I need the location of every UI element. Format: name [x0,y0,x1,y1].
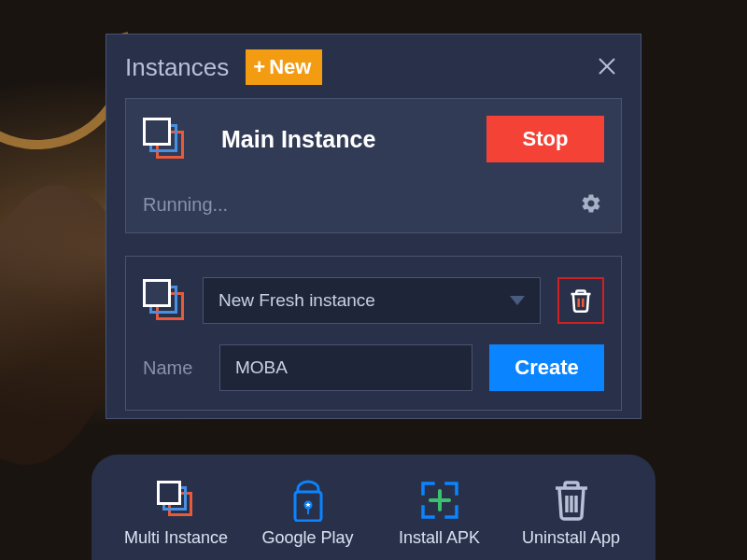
svg-rect-5 [307,509,309,514]
uninstall-app-label: Uninstall App [522,528,620,548]
new-button-label: New [269,55,311,79]
dialog-title: Instances [125,53,229,82]
google-play-tool[interactable]: Google Play [242,478,374,548]
new-instance-card: New Fresh instance Name Create [125,256,622,411]
new-instance-row-2: Name Create [143,344,604,391]
install-apk-label: Install APK [399,528,480,548]
gear-icon [580,192,602,215]
instances-dialog: Instances + New Main Instance Stop Runni… [106,34,641,419]
plus-icon: + [253,55,265,79]
instance-stack-icon [143,118,186,161]
instance-settings-button[interactable] [578,190,604,219]
install-apk-icon [418,479,461,522]
dropdown-value: New Fresh instance [218,290,375,311]
instance-status: Running... [143,194,228,216]
close-icon [596,55,618,77]
trash-icon [568,287,594,315]
bottom-toolbar: Multi Instance Google Play Install APK [92,455,655,560]
instance-row: Main Instance Stop [143,116,604,162]
create-button[interactable]: Create [489,344,604,391]
delete-instance-button[interactable] [557,277,604,324]
google-play-label: Google Play [261,528,353,548]
instance-type-dropdown[interactable]: New Fresh instance [203,277,541,324]
install-apk-tool[interactable]: Install APK [374,478,505,548]
close-button[interactable] [592,51,622,84]
multi-instance-label: Multi Instance [124,528,228,548]
name-field-label: Name [143,357,203,379]
instance-name-input[interactable] [219,344,472,391]
main-instance-card: Main Instance Stop Running... [125,98,622,233]
new-instance-row-1: New Fresh instance [143,277,604,324]
chevron-down-icon [510,296,525,305]
uninstall-app-tool[interactable]: Uninstall App [505,478,637,548]
new-instance-stack-icon [143,279,186,322]
google-play-icon [289,479,328,522]
instance-footer: Running... [143,190,604,219]
instance-name: Main Instance [221,126,486,153]
dialog-header-left: Instances + New [125,49,322,85]
new-instance-button[interactable]: + New [246,49,322,85]
multi-instance-tool[interactable]: Multi Instance [110,478,242,548]
dialog-header: Instances + New [125,49,622,85]
multi-instance-icon [157,481,196,520]
uninstall-trash-icon [552,479,591,522]
stop-button[interactable]: Stop [486,116,604,162]
